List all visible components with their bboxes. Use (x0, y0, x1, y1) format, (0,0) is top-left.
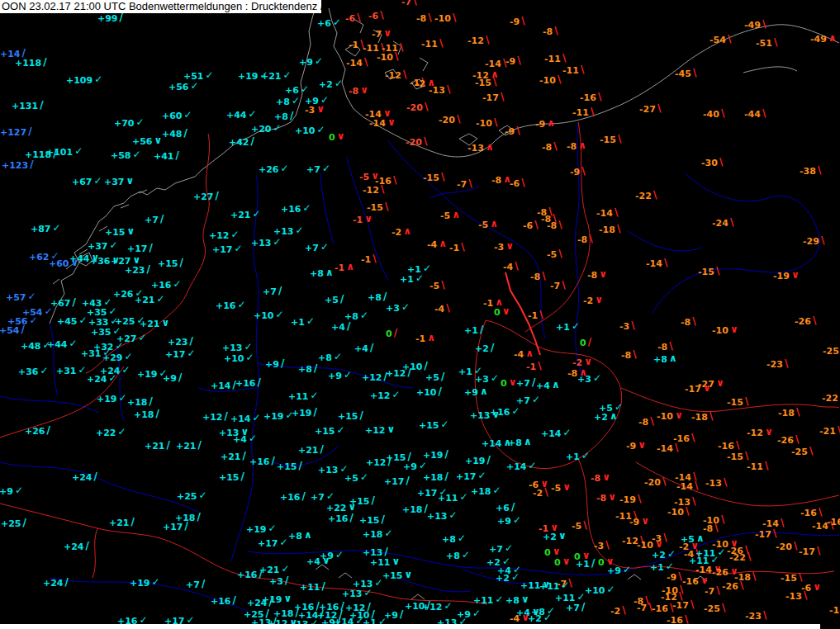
station: +25/ (1, 519, 26, 528)
station: -8\ (681, 318, 696, 327)
station: -13\ (429, 86, 450, 95)
station: +4∧ (536, 381, 560, 390)
station: +22✓ (96, 428, 126, 437)
station: -15\ (698, 267, 719, 277)
station: +13✓ (273, 227, 304, 236)
station: +8∧ (288, 532, 312, 541)
station: +1/ (576, 560, 595, 569)
station: 0∨ (554, 558, 570, 567)
station: -14\ (676, 482, 698, 491)
station: +24/ (64, 542, 89, 551)
station: +26✓ (259, 165, 289, 174)
station: +14✓ (506, 462, 537, 471)
station: +18/ (175, 513, 201, 523)
station: -8∨ (587, 271, 607, 280)
station: -16\ (800, 508, 822, 518)
station: +19✓ (263, 412, 294, 421)
station: +7/ (516, 379, 535, 388)
station: +24✓ (87, 375, 117, 384)
station: -22\ (635, 192, 657, 201)
station: +14✓ (230, 414, 261, 423)
station: +8∨ (505, 596, 529, 605)
station: -7\ (457, 180, 472, 189)
station: -30\ (701, 158, 723, 168)
station: +8✓ (318, 353, 342, 362)
station: -7∨ (372, 30, 392, 39)
station: +17/ (127, 244, 153, 253)
stations-layer: +99/+14/+118/+109✓+51✓+56✓+131/+60✓+70✓+… (0, 0, 840, 629)
station: -9∨ (629, 518, 649, 527)
station: -11\ (421, 40, 443, 49)
station: -10\ (539, 76, 561, 85)
station: -18\ (778, 409, 800, 418)
station: +1✓ (650, 563, 674, 572)
station: +42/ (229, 138, 254, 147)
station: +4∨ (306, 557, 330, 566)
station: -11\ (572, 108, 594, 117)
station: -26\ (777, 436, 799, 445)
station: -17\ (482, 93, 504, 102)
station: -6\ (368, 12, 384, 21)
station: +37✓ (88, 242, 118, 251)
station: +7✓ (489, 545, 513, 554)
station: -9\ (505, 57, 521, 66)
station: -13\ (705, 479, 727, 488)
station: +7/ (186, 580, 205, 589)
station: -8\ (703, 524, 719, 533)
station: +44✓ (226, 111, 257, 120)
station: +67/ (50, 299, 76, 308)
station: -16\ (580, 93, 601, 102)
map-canvas[interactable]: +99/+14/+118/+109✓+51✓+56✓+131/+60✓+70✓+… (0, 0, 840, 629)
station: -14\ (596, 209, 618, 218)
station: +5✓ (344, 474, 368, 483)
station: -20\ (776, 542, 797, 551)
station: +20✓ (251, 125, 282, 134)
station: -17∨ (685, 385, 711, 394)
station: 0∨ (544, 548, 560, 557)
station: +6/ (496, 504, 515, 513)
station: +18/ (423, 473, 448, 482)
station: -2∧ (392, 228, 411, 237)
station: -1\ (349, 40, 364, 50)
station: +2∨ (543, 532, 567, 542)
station: +16/ (249, 457, 275, 466)
station: +15/ (158, 259, 183, 268)
station: -20\ (439, 116, 460, 125)
station: +5/ (425, 373, 444, 382)
station: +6✓ (317, 19, 341, 28)
station: -12\ (385, 71, 406, 80)
station: +21/ (221, 452, 246, 461)
station: +9∧ (464, 388, 488, 397)
station: +17/ (384, 477, 410, 486)
station: -26\ (722, 582, 743, 591)
station: +4/ (354, 344, 373, 353)
station: -16\ (652, 604, 673, 613)
station: +19✓ (97, 395, 127, 404)
station: +13/ (363, 548, 388, 557)
station: +8/ (274, 112, 293, 121)
station: -20\ (406, 138, 427, 147)
station: +44✓ (47, 340, 78, 349)
horizontal-scrollbar[interactable] (0, 624, 820, 629)
station: -19∨ (773, 272, 800, 281)
station: -49∧ (810, 35, 837, 44)
station: -4∧ (427, 240, 447, 249)
station: +7✓ (305, 244, 329, 253)
station: -17\ (755, 530, 776, 539)
station: -25\ (823, 347, 840, 356)
station: -1\ (449, 244, 465, 253)
station: -21\ (819, 427, 840, 436)
station: +9✓ (0, 487, 23, 496)
station: +6✓ (285, 86, 309, 95)
station: +70✓ (114, 119, 145, 128)
station: +127/ (0, 128, 32, 137)
station: +58✓ (111, 151, 141, 160)
station: +16/ (280, 493, 306, 502)
station: -8\ (657, 343, 673, 352)
station: -25\ (704, 604, 725, 613)
station: -29\ (803, 237, 824, 246)
station: +99/ (97, 14, 123, 23)
station: +7✓ (306, 165, 330, 174)
station: +9✓ (299, 58, 323, 67)
station: +13✓ (342, 589, 373, 598)
